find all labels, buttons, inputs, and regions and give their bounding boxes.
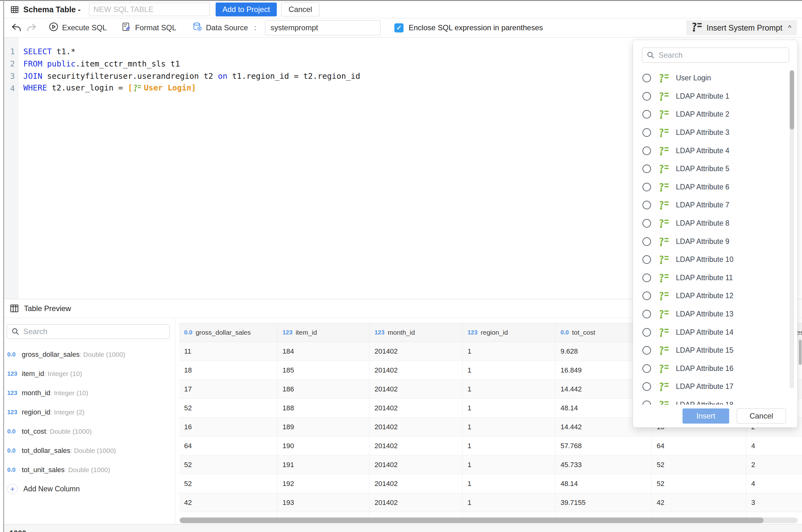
radio-button[interactable] xyxy=(642,74,651,82)
radio-button[interactable] xyxy=(642,346,651,355)
table-cell[interactable]: 1 xyxy=(463,493,556,512)
column-list-item[interactable]: 123region_id: Integer (2) xyxy=(7,402,173,422)
table-cell[interactable]: 48.14 xyxy=(556,474,652,493)
radio-button[interactable] xyxy=(642,328,651,337)
radio-button[interactable] xyxy=(642,382,651,391)
table-cell[interactable]: 3 xyxy=(746,493,802,512)
insert-system-prompt-button[interactable]: ? Insert System Prompt ^ xyxy=(686,20,797,35)
add-to-project-button[interactable]: Add to Project xyxy=(216,2,277,16)
radio-button[interactable] xyxy=(642,219,651,228)
table-cell[interactable]: 186 xyxy=(277,380,370,398)
table-cell[interactable]: 201402 xyxy=(370,399,463,417)
insert-button[interactable]: Insert xyxy=(683,408,729,423)
radio-button[interactable] xyxy=(642,291,651,300)
table-cell[interactable]: 52 xyxy=(179,455,277,474)
table-cell[interactable]: 2 xyxy=(746,455,802,474)
prompt-option[interactable]: ?LDAP Attribute 15 xyxy=(633,341,797,360)
table-cell[interactable]: 11 xyxy=(179,342,277,361)
column-list-item[interactable]: 123month_id: Integer (10) xyxy=(7,383,173,402)
prompt-option[interactable]: ?LDAP Attribute 12 xyxy=(633,287,797,305)
column-list-item[interactable]: 123item_id: Integer (10) xyxy=(7,364,173,383)
table-cell[interactable]: 190 xyxy=(277,437,370,455)
panel-scrollbar-thumb[interactable] xyxy=(790,70,794,130)
table-cell[interactable]: 39.7155 xyxy=(556,493,652,512)
prompt-option[interactable]: ?LDAP Attribute 9 xyxy=(633,232,797,250)
radio-button[interactable] xyxy=(642,165,651,173)
undo-icon[interactable] xyxy=(11,23,21,33)
table-cell[interactable]: 57.768 xyxy=(556,437,652,455)
table-cell[interactable]: 201402 xyxy=(370,418,463,436)
radio-button[interactable] xyxy=(642,110,651,118)
prompt-option[interactable]: ?LDAP Attribute 4 xyxy=(633,141,797,160)
prompt-option[interactable]: ?LDAP Attribute 1 xyxy=(633,87,797,106)
horizontal-scrollbar-thumb[interactable] xyxy=(180,517,764,523)
prompt-option[interactable]: ?LDAP Attribute 16 xyxy=(633,360,797,378)
panel-cancel-button[interactable]: Cancel xyxy=(737,408,786,423)
table-cell[interactable]: 4 xyxy=(746,474,802,493)
table-cell[interactable]: 42 xyxy=(179,493,277,512)
table-cell[interactable]: 52 xyxy=(652,474,746,493)
table-cell[interactable]: 192 xyxy=(277,474,370,493)
table-cell[interactable]: 1 xyxy=(463,437,556,455)
format-sql-button[interactable]: Format SQL xyxy=(122,22,176,33)
table-cell[interactable]: 64 xyxy=(652,437,746,455)
table-header-cell[interactable]: 123month_id xyxy=(370,323,463,342)
prompt-option[interactable]: ?LDAP Attribute 2 xyxy=(633,105,797,124)
radio-button[interactable] xyxy=(642,273,651,282)
table-cell[interactable]: 42 xyxy=(652,493,746,512)
prompt-option[interactable]: ?LDAP Attribute 18 xyxy=(633,396,797,405)
radio-button[interactable] xyxy=(642,183,651,191)
table-cell[interactable]: 18 xyxy=(179,361,277,379)
table-header-cell[interactable]: 123region_id xyxy=(463,323,556,342)
table-cell[interactable]: 201402 xyxy=(370,342,463,361)
table-cell[interactable]: 191 xyxy=(277,455,370,474)
table-cell[interactable]: 1 xyxy=(463,455,556,474)
column-search-input[interactable]: Search xyxy=(7,324,170,339)
table-cell[interactable]: 201402 xyxy=(370,437,463,455)
table-cell[interactable]: 52 xyxy=(179,399,277,417)
radio-button[interactable] xyxy=(642,401,651,405)
data-source-input[interactable]: systemprompt xyxy=(265,20,380,35)
execute-sql-button[interactable]: Execute SQL xyxy=(49,22,107,33)
table-cell[interactable]: 1 xyxy=(463,380,556,398)
column-list-item[interactable]: 0.0gross_dollar_sales: Double (1000) xyxy=(7,345,173,364)
prompt-option[interactable]: ?LDAP Attribute 8 xyxy=(633,214,797,233)
table-cell[interactable]: 1 xyxy=(463,474,556,493)
table-cell[interactable]: 185 xyxy=(277,361,370,379)
radio-button[interactable] xyxy=(642,128,651,137)
prompt-search-input[interactable]: Search xyxy=(642,48,789,63)
table-cell[interactable]: 52 xyxy=(179,474,277,493)
table-cell[interactable]: 189 xyxy=(277,418,370,436)
vertical-scrollbar-thumb[interactable] xyxy=(799,340,802,365)
table-cell[interactable]: 45.733 xyxy=(556,455,652,474)
column-list-item[interactable]: 0.0tot_dollar_sales: Double (1000) xyxy=(7,441,173,460)
prompt-option[interactable]: ?LDAP Attribute 11 xyxy=(633,269,797,287)
prompt-option[interactable]: ?LDAP Attribute 7 xyxy=(633,196,797,214)
column-list-item[interactable]: 0.0tot_cost: Double (1000) xyxy=(7,422,173,441)
table-cell[interactable]: 1 xyxy=(463,342,556,361)
prompt-option[interactable]: ?LDAP Attribute 3 xyxy=(633,124,797,142)
radio-button[interactable] xyxy=(642,92,651,100)
table-cell[interactable]: 52 xyxy=(652,455,746,474)
table-header-cell[interactable]: 123item_id xyxy=(277,323,370,342)
prompt-option[interactable]: ?LDAP Attribute 10 xyxy=(633,250,797,269)
redo-icon[interactable] xyxy=(27,23,37,33)
table-cell[interactable]: 16 xyxy=(179,418,277,436)
table-header-cell[interactable]: 0.0gross_dollar_sales xyxy=(179,323,277,342)
radio-button[interactable] xyxy=(642,255,651,264)
table-cell[interactable]: 1 xyxy=(463,418,556,436)
table-cell[interactable]: 201402 xyxy=(370,493,463,512)
table-cell[interactable]: 1 xyxy=(463,361,556,379)
table-cell[interactable]: 201402 xyxy=(370,380,463,398)
radio-button[interactable] xyxy=(642,364,651,373)
table-cell[interactable]: 201402 xyxy=(370,474,463,493)
cancel-button[interactable]: Cancel xyxy=(281,2,319,16)
add-new-column-button[interactable]: +Add New Column xyxy=(7,479,173,499)
table-cell[interactable]: 201402 xyxy=(370,361,463,379)
prompt-option[interactable]: ?LDAP Attribute 5 xyxy=(633,160,797,178)
table-cell[interactable]: 193 xyxy=(277,493,370,512)
radio-button[interactable] xyxy=(642,237,651,246)
prompt-option[interactable]: ?LDAP Attribute 17 xyxy=(633,378,797,396)
table-cell[interactable]: 184 xyxy=(277,342,370,361)
prompt-option[interactable]: ?LDAP Attribute 14 xyxy=(633,323,797,341)
